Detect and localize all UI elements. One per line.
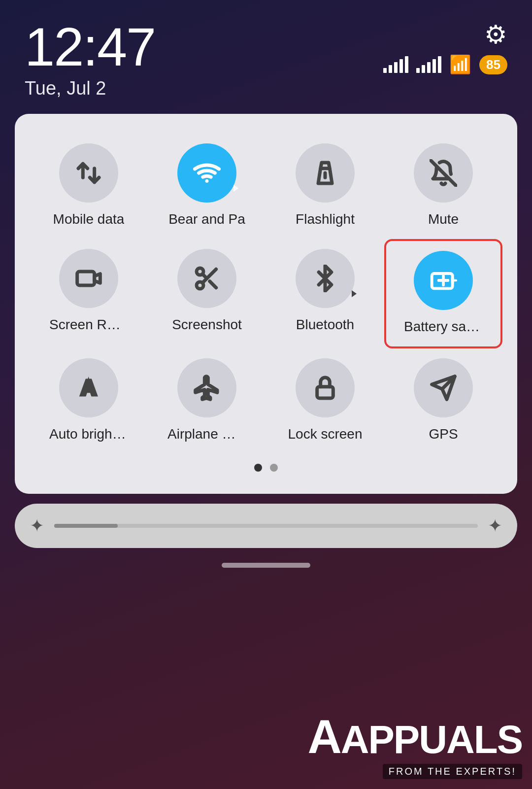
qs-circle-screen-record [59, 249, 118, 308]
qs-label-mute: Mute [428, 211, 459, 227]
qs-circle-airplane-mode [177, 358, 236, 417]
qs-item-gps[interactable]: GPS [384, 348, 502, 454]
qs-item-mobile-data[interactable]: Mobile data [30, 134, 148, 239]
home-bar [222, 563, 310, 568]
watermark-logo: AAPPUALS [307, 710, 522, 764]
qs-label-gps: GPS [429, 426, 458, 442]
qs-circle-lock-screen [296, 358, 355, 417]
qs-circle-mobile-data [59, 143, 118, 203]
qs-label-lock-screen: Lock screen [288, 426, 363, 442]
qs-item-flashlight[interactable]: Flashlight [266, 134, 384, 239]
quick-settings-grid: Mobile data Bear and Pa Flashlight Mute … [30, 134, 502, 454]
qs-circle-mute [414, 143, 473, 203]
brightness-track[interactable] [54, 524, 478, 528]
brightness-max-icon: ✦ [488, 515, 502, 536]
brightness-fill [54, 524, 118, 528]
qs-expand-wifi [233, 185, 238, 192]
clock: 12:47 [25, 20, 155, 74]
brightness-min-icon: ✦ [30, 515, 44, 536]
settings-icon[interactable]: ⚙ [484, 20, 507, 49]
qs-item-screen-record[interactable]: Screen Record [30, 239, 148, 348]
pagination-dot-2 [270, 464, 278, 472]
qs-label-auto-brightness: Auto brightnes [49, 426, 128, 442]
home-indicator [0, 563, 532, 568]
qs-label-battery-saver: Battery saver [404, 319, 483, 335]
qs-item-wifi[interactable]: Bear and Pa [148, 134, 266, 239]
system-status: 📶 85 [383, 54, 507, 75]
qs-item-screenshot[interactable]: Screenshot [148, 239, 266, 348]
svg-text:A: A [81, 376, 96, 399]
qs-circle-bluetooth [296, 249, 355, 308]
quick-settings-panel: Mobile data Bear and Pa Flashlight Mute … [15, 114, 517, 494]
qs-item-lock-screen[interactable]: Lock screen [266, 348, 384, 454]
qs-label-screenshot: Screenshot [172, 317, 242, 333]
svg-rect-5 [317, 387, 333, 398]
brightness-bar[interactable]: ✦ ✦ [15, 504, 517, 548]
watermark: AAPPUALS FROM THE EXPERTS! [307, 710, 522, 779]
qs-circle-gps [414, 358, 473, 417]
qs-item-bluetooth[interactable]: Bluetooth [266, 239, 384, 348]
qs-item-airplane-mode[interactable]: Airplane mode [148, 348, 266, 454]
qs-label-airplane-mode: Airplane mode [167, 426, 246, 442]
qs-expand-bluetooth [352, 290, 357, 297]
qs-item-auto-brightness[interactable]: A Auto brightnes [30, 348, 148, 454]
qs-circle-flashlight [296, 143, 355, 203]
qs-label-screen-record: Screen Record [49, 317, 128, 333]
pagination-dots [30, 464, 502, 472]
signal-icon-1 [383, 56, 408, 73]
status-bar: 12:47 Tue, Jul 2 ⚙ 📶 [0, 0, 532, 104]
watermark-brand: AAPPUALS [307, 710, 522, 764]
qs-label-wifi: Bear and Pa [168, 211, 245, 227]
qs-item-mute[interactable]: Mute [384, 134, 502, 239]
qs-label-bluetooth: Bluetooth [296, 317, 354, 333]
svg-rect-0 [77, 272, 95, 285]
watermark-sub: FROM THE EXPERTS! [383, 764, 522, 779]
qs-label-flashlight: Flashlight [296, 211, 355, 227]
pagination-dot-1 [254, 464, 262, 472]
battery-indicator: 85 [479, 55, 507, 74]
time-section: 12:47 Tue, Jul 2 [25, 20, 155, 99]
date: Tue, Jul 2 [25, 78, 155, 99]
qs-circle-screenshot [177, 249, 236, 308]
qs-label-mobile-data: Mobile data [53, 211, 125, 227]
wifi-icon: 📶 [449, 54, 471, 75]
qs-circle-wifi [177, 143, 236, 203]
signal-icon-2 [416, 56, 441, 73]
status-icons: ⚙ 📶 85 [383, 20, 507, 75]
qs-circle-battery-saver [414, 251, 473, 310]
qs-item-battery-saver[interactable]: Battery saver [384, 239, 502, 348]
qs-circle-auto-brightness: A [59, 358, 118, 417]
